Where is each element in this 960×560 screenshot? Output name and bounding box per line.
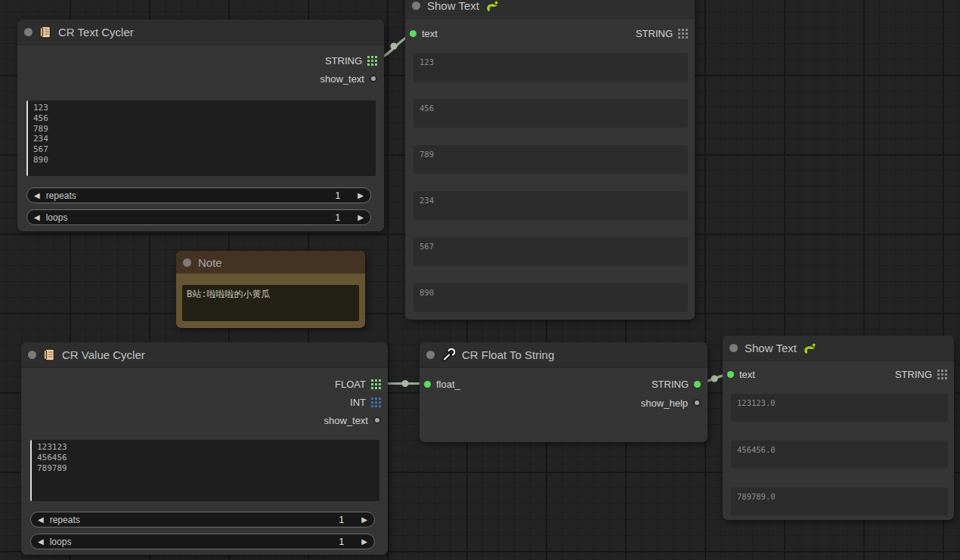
node-cr-value-cycler[interactable]: CR Value Cycler FLOAT INT show_text 1231… [21, 342, 388, 555]
node-show-text-bottom[interactable]: Show Text text STRING 123123.0 456456.0 … [723, 336, 954, 520]
output-slot-string[interactable]: STRING [895, 367, 947, 382]
slot-label: STRING [325, 55, 362, 67]
node-note[interactable]: Note B站:啦啦啦的小黄瓜 [176, 251, 365, 328]
decrement-arrow-icon[interactable]: ◀ [34, 214, 40, 221]
widget-label: repeats [46, 190, 330, 201]
node-cr-text-cycler[interactable]: CR Text Cycler STRING show_text 123 456 … [17, 20, 384, 231]
output-slot-show-help[interactable]: show_help [641, 395, 701, 410]
collapse-dot-icon[interactable] [729, 344, 738, 352]
output-slot-show-text[interactable]: show_text [320, 71, 377, 86]
output-slot-string[interactable]: STRING [325, 53, 377, 68]
slot-label: text [422, 28, 438, 39]
snake-icon [804, 342, 818, 354]
grid-slot-icon[interactable] [371, 398, 381, 407]
widget-label: loops [50, 537, 333, 547]
text-display-box[interactable]: 234 [413, 191, 688, 220]
input-slot-text[interactable]: text [410, 26, 438, 41]
output-slot-show-text[interactable]: show_text [324, 413, 381, 428]
link-midpoint-dot [711, 375, 717, 382]
text-display-box[interactable]: 123123.0 [731, 394, 948, 422]
grid-slot-icon[interactable] [371, 379, 381, 389]
widget-value: 1 [339, 537, 345, 547]
increment-arrow-icon[interactable]: ▶ [358, 192, 364, 200]
text-display-box[interactable]: 789789.0 [731, 487, 948, 515]
text-display-box[interactable]: 567 [413, 237, 688, 266]
widget-repeats[interactable]: ◀ repeats 1 ▶ [30, 512, 375, 528]
node-title: Note [198, 256, 222, 269]
grid-slot-icon[interactable] [367, 56, 377, 66]
note-textarea[interactable]: B站:啦啦啦的小黄瓜 [182, 285, 359, 321]
slot-label: STRING [895, 369, 932, 380]
node-titlebar[interactable]: CR Float To String [420, 342, 708, 368]
widget-loops[interactable]: ◀ loops 1 ▶ [30, 534, 375, 549]
text-display-box[interactable]: 456456.0 [731, 441, 948, 469]
grid-slot-icon[interactable] [937, 370, 947, 379]
decrement-arrow-icon[interactable]: ◀ [34, 192, 40, 200]
slot-label: float_ [436, 379, 460, 390]
circle-slot-icon[interactable] [370, 75, 377, 82]
node-titlebar[interactable]: Show Text [723, 336, 954, 361]
node-title: CR Text Cycler [58, 26, 134, 39]
node-cr-float-to-string[interactable]: CR Float To String float_ STRING show_he… [420, 342, 708, 442]
decrement-arrow-icon[interactable]: ◀ [38, 538, 44, 546]
increment-arrow-icon[interactable]: ▶ [361, 538, 367, 546]
slot-label: show_text [324, 415, 368, 426]
node-show-text-top[interactable]: Show Text text STRING 123 456 789 234 56… [405, 0, 695, 320]
output-slot-string[interactable]: STRING [652, 376, 701, 391]
widget-repeats[interactable]: ◀ repeats 1 ▶ [26, 187, 371, 203]
collapse-dot-icon[interactable] [426, 351, 435, 359]
increment-arrow-icon[interactable]: ▶ [358, 214, 364, 221]
collapse-dot-icon[interactable] [183, 258, 191, 267]
output-slot-string[interactable]: STRING [636, 26, 688, 41]
scroll-icon [39, 26, 51, 39]
widget-value: 1 [336, 212, 341, 223]
decrement-arrow-icon[interactable]: ◀ [38, 516, 44, 524]
node-graph-canvas[interactable]: { "colors": { "canvas_bg": "#232323", "n… [0, 0, 960, 560]
widget-value: 1 [339, 515, 345, 525]
value-list-textarea[interactable]: 123123 456456 789789 [30, 440, 379, 501]
node-titlebar[interactable]: Note [176, 251, 365, 274]
slot-label: text [739, 369, 755, 380]
circle-slot-icon[interactable] [694, 381, 701, 388]
collapse-dot-icon[interactable] [24, 28, 33, 36]
output-slot-float[interactable]: FLOAT [335, 376, 381, 391]
input-slot-text[interactable]: text [727, 367, 755, 382]
text-display-box[interactable]: 456 [413, 99, 688, 128]
circle-slot-icon[interactable] [727, 371, 734, 378]
node-titlebar[interactable]: CR Value Cycler [21, 342, 388, 368]
scroll-icon [43, 348, 55, 361]
slot-label: STRING [652, 379, 689, 390]
input-slot-float[interactable]: float_ [424, 376, 460, 391]
widget-loops[interactable]: ◀ loops 1 ▶ [26, 209, 371, 225]
text-list-textarea[interactable]: 123 456 789 234 567 890 [26, 101, 376, 176]
output-slot-int[interactable]: INT [350, 394, 381, 410]
collapse-dot-icon[interactable] [28, 351, 36, 359]
widget-label: loops [46, 212, 330, 223]
node-title: CR Float To String [462, 348, 554, 361]
node-titlebar[interactable]: CR Text Cycler [17, 20, 384, 45]
text-display-box[interactable]: 789 [413, 145, 688, 174]
circle-slot-icon[interactable] [373, 416, 381, 424]
node-titlebar[interactable]: Show Text [405, 0, 695, 19]
slot-label: show_help [641, 398, 688, 409]
widget-label: repeats [50, 515, 333, 525]
widget-value: 1 [336, 190, 341, 201]
node-title: Show Text [745, 342, 797, 354]
text-display-box[interactable]: 890 [413, 283, 688, 312]
slot-label: STRING [636, 28, 673, 39]
slot-label: INT [350, 397, 366, 408]
circle-slot-icon[interactable] [410, 30, 417, 37]
wrench-icon [441, 348, 455, 362]
link-midpoint-dot [390, 42, 397, 49]
grid-slot-icon[interactable] [678, 29, 688, 39]
circle-slot-icon[interactable] [424, 381, 431, 388]
collapse-dot-icon[interactable] [412, 2, 420, 10]
link-midpoint-dot [401, 380, 408, 387]
slot-label: FLOAT [335, 379, 366, 390]
increment-arrow-icon[interactable]: ▶ [361, 516, 367, 524]
slot-label: show_text [320, 73, 364, 85]
text-display-box[interactable]: 123 [413, 53, 688, 82]
circle-slot-icon[interactable] [693, 399, 701, 407]
snake-icon [486, 0, 500, 12]
node-title: CR Value Cycler [62, 348, 145, 361]
